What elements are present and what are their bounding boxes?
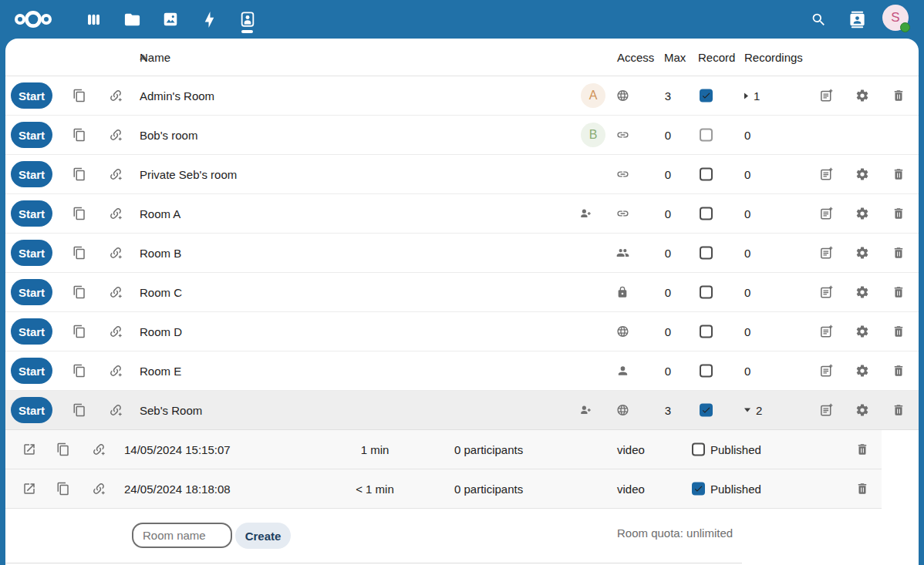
avatar[interactable]: S	[882, 5, 909, 31]
edit-room-icon[interactable]	[819, 89, 834, 103]
start-room-button[interactable]: Start	[11, 240, 52, 266]
column-header-name[interactable]: Name	[140, 55, 147, 60]
copy-room-link-icon[interactable]	[73, 246, 86, 260]
open-recording-external-icon[interactable]	[22, 442, 36, 456]
link-plus-icon[interactable]	[109, 207, 123, 220]
avatar: A	[581, 83, 605, 108]
published-checkbox[interactable]	[692, 483, 705, 496]
record-checkbox[interactable]	[700, 404, 713, 417]
start-room-button[interactable]: Start	[11, 122, 52, 148]
room-settings-gear-icon[interactable]	[855, 403, 869, 417]
copy-room-link-icon[interactable]	[73, 364, 86, 378]
max-participants-value: 0	[649, 325, 687, 338]
edit-room-icon[interactable]	[819, 403, 834, 418]
edit-room-icon[interactable]	[819, 207, 834, 221]
link-plus-icon[interactable]	[109, 246, 123, 260]
recording-type: video	[617, 483, 645, 496]
delete-recording-trash-icon[interactable]	[855, 482, 869, 496]
link-plus-icon[interactable]	[109, 364, 123, 378]
create-room-button[interactable]: Create	[235, 523, 291, 549]
room-settings-gear-icon[interactable]	[855, 246, 869, 260]
edit-room-icon[interactable]	[819, 325, 834, 339]
room-settings-gear-icon[interactable]	[855, 167, 869, 181]
room-settings-gear-icon[interactable]	[855, 207, 869, 220]
link-plus-icon[interactable]	[92, 442, 106, 456]
edit-room-icon[interactable]	[819, 246, 834, 261]
link-plus-icon[interactable]	[109, 325, 123, 338]
copy-room-link-icon[interactable]	[73, 285, 86, 299]
link-icon	[616, 168, 629, 181]
link-plus-icon[interactable]	[109, 89, 123, 103]
edit-room-icon[interactable]	[819, 167, 834, 182]
link-plus-icon[interactable]	[109, 128, 123, 142]
start-room-button[interactable]: Start	[11, 318, 52, 345]
record-checkbox[interactable]	[700, 247, 713, 260]
delete-room-trash-icon[interactable]	[892, 246, 905, 260]
delete-room-trash-icon[interactable]	[892, 325, 905, 338]
copy-room-link-icon[interactable]	[73, 128, 86, 142]
rooms-panel: Name Access Max Record Recordings Start …	[5, 39, 919, 565]
start-room-button[interactable]: Start	[11, 279, 52, 305]
recording-date: 14/05/2024 15:15:07	[124, 443, 231, 456]
recordings-count: 0	[744, 207, 750, 220]
nextcloud-logo[interactable]	[14, 8, 52, 30]
room-row-room-e: Start Room E 0 0	[5, 351, 919, 391]
start-room-button[interactable]: Start	[11, 161, 52, 187]
record-checkbox[interactable]	[700, 286, 713, 299]
room-settings-gear-icon[interactable]	[855, 364, 869, 378]
record-checkbox[interactable]	[700, 168, 713, 181]
room-settings-gear-icon[interactable]	[855, 285, 869, 299]
start-room-button[interactable]: Start	[11, 82, 52, 109]
delete-room-trash-icon[interactable]	[892, 403, 905, 417]
recordings-toggle[interactable]: 2	[744, 404, 762, 417]
link-plus-icon[interactable]	[109, 285, 123, 299]
record-checkbox[interactable]	[700, 129, 713, 142]
app-photos-icon[interactable]	[153, 2, 187, 36]
link-plus-icon[interactable]	[109, 167, 123, 181]
copy-room-link-icon[interactable]	[73, 207, 86, 220]
contacts-icon[interactable]	[848, 2, 866, 36]
account-plus-icon	[579, 404, 592, 417]
app-dashboard-icon[interactable]	[76, 2, 110, 36]
delete-room-trash-icon[interactable]	[892, 89, 905, 103]
column-header-max[interactable]: Max	[664, 51, 686, 64]
copy-room-link-icon[interactable]	[73, 325, 86, 338]
copy-room-link-icon[interactable]	[73, 167, 86, 181]
max-participants-value: 3	[649, 89, 687, 103]
copy-recording-link-icon[interactable]	[56, 482, 70, 496]
link-icon	[616, 207, 629, 220]
app-activity-lightning-icon[interactable]	[192, 2, 226, 36]
open-recording-external-icon[interactable]	[22, 482, 36, 496]
delete-room-trash-icon[interactable]	[892, 364, 905, 378]
copy-room-link-icon[interactable]	[73, 403, 86, 417]
copy-recording-link-icon[interactable]	[56, 442, 70, 456]
record-checkbox[interactable]	[700, 89, 713, 103]
column-header-name-label: Name	[140, 51, 170, 64]
app-files-folder-icon[interactable]	[115, 2, 149, 36]
room-name-input[interactable]	[132, 523, 232, 548]
record-checkbox[interactable]	[700, 207, 713, 220]
delete-recording-trash-icon[interactable]	[855, 442, 869, 456]
room-settings-gear-icon[interactable]	[855, 89, 869, 103]
record-checkbox[interactable]	[700, 365, 713, 378]
column-header-recordings[interactable]: Recordings	[744, 51, 803, 64]
copy-room-link-icon[interactable]	[73, 89, 86, 103]
start-room-button[interactable]: Start	[11, 397, 52, 423]
column-header-record[interactable]: Record	[698, 51, 735, 64]
link-plus-icon[interactable]	[109, 403, 123, 417]
table-header: Name Access Max Record Recordings	[5, 39, 919, 76]
published-checkbox[interactable]	[692, 443, 705, 456]
delete-room-trash-icon[interactable]	[892, 207, 905, 220]
link-plus-icon[interactable]	[92, 482, 106, 496]
delete-room-trash-icon[interactable]	[892, 167, 905, 181]
recordings-toggle[interactable]: 1	[744, 89, 760, 103]
start-room-button[interactable]: Start	[11, 358, 52, 384]
column-header-access[interactable]: Access	[617, 51, 654, 64]
start-room-button[interactable]: Start	[11, 200, 52, 227]
search-icon[interactable]	[810, 2, 827, 36]
edit-room-icon[interactable]	[819, 285, 834, 300]
room-settings-gear-icon[interactable]	[855, 325, 869, 338]
delete-room-trash-icon[interactable]	[892, 285, 905, 299]
edit-room-icon[interactable]	[819, 364, 834, 378]
record-checkbox[interactable]	[700, 325, 713, 338]
